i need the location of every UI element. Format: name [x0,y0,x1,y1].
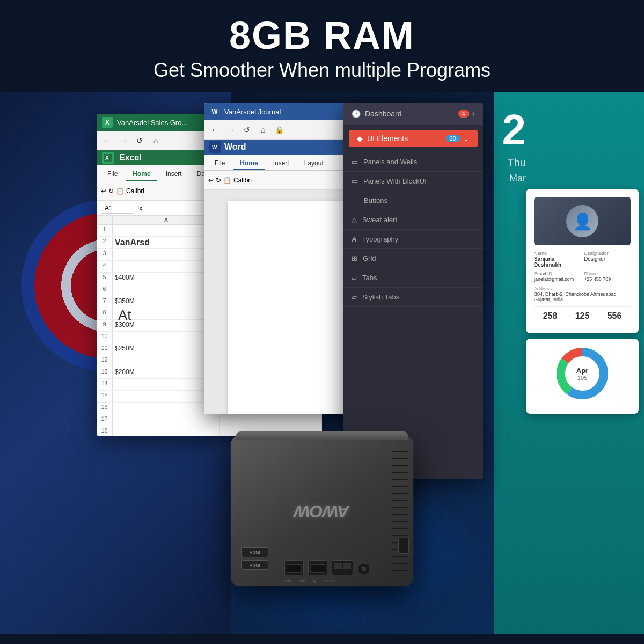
buttons-label: Buttons [364,196,387,204]
paste-icon[interactable]: 📋 [116,187,124,195]
row-num-1: 1 [97,225,113,236]
panels-blockui-label: Panels With BlockUI [363,177,427,185]
vent-10 [392,514,408,515]
excel-tab-file[interactable]: File [101,168,124,181]
menu-item-typography[interactable]: A Typography [343,230,483,249]
vent-1 [392,451,408,452]
menu-item-tabs[interactable]: ▱ Tabs [343,268,483,288]
menu-item-panels-wells[interactable]: ▭ Panels and Wells [343,152,483,172]
menu-item-panels-blockui[interactable]: ▭ Panels With BlockUI [343,172,483,191]
ui-elements-label: UI Elements [367,134,408,143]
vent-11 [392,521,408,522]
word-tab-layout[interactable]: Layout [298,157,330,170]
excel-tab-home[interactable]: Home [126,168,157,181]
dashboard-badge: 4 [458,110,469,118]
profile-address-label: Address [534,286,631,291]
dashboard-title: 🕐 Dashboard [352,109,402,118]
menu-item-sweat-alert[interactable]: △ Sweat alert [343,210,483,230]
excel-tab-insert[interactable]: Insert [159,168,188,181]
word-back-btn[interactable]: ← [208,123,221,136]
profile-phone-section: Phone +25 456 789 [584,271,631,282]
word-forward-btn[interactable]: → [224,123,237,136]
lan-pins [332,561,353,572]
word-tab-file[interactable]: File [208,157,231,170]
chevron-right-icon: › [472,109,475,119]
menu-item-grid[interactable]: ⊞ Grid [343,249,483,268]
port-dc [357,562,370,575]
port-hdmi-2: HDMI [241,560,268,570]
undo-icon[interactable]: ↩ [101,187,106,195]
word-undo-icon[interactable]: ↩ [208,177,214,184]
row-num-7: 7 [97,296,113,308]
stat-3-value: 556 [608,311,622,321]
word-paste-icon[interactable]: 📋 [223,177,231,184]
row-num-10: 10 [97,332,113,343]
profile-name-section: Name Sanjana Deshmukh [534,251,581,268]
word-font-name[interactable]: Calibri [233,177,252,184]
word-ribbon-icon: W [209,141,221,153]
refresh-btn[interactable]: ↺ [133,134,146,147]
lan-pin [343,563,347,569]
donut-chart: Apr 105 [555,347,609,400]
stylish-tabs-label: Stylish Tabs [362,293,399,301]
back-btn[interactable]: ← [101,134,114,147]
home-btn[interactable]: ⌂ [149,134,162,147]
dashboard-header: 🕐 Dashboard 4 › [343,103,483,125]
row-num-3: 3 [97,249,113,260]
font-name[interactable]: Calibri [126,187,144,195]
word-redo-icon[interactable]: ↻ [216,177,221,184]
row-num-5: 5 [97,273,113,284]
word-tab-home[interactable]: Home [233,157,264,170]
word-home-btn[interactable]: ⌂ [257,123,269,136]
profile-stats: 258 125 556 [534,306,631,325]
cell-a18[interactable] [113,426,220,436]
svg-text:X: X [105,155,109,161]
forward-btn[interactable]: → [117,134,130,147]
profile-name-label: Name [534,251,581,256]
vent-3 [392,465,408,466]
header: 8GB RAM Get Smoother When multiple Progr… [0,0,644,92]
word-lock-btn[interactable]: 🔒 [273,123,286,136]
sweat-alert-label: Sweat alert [362,216,397,224]
profile-designation-section: Designation Designer [584,251,631,268]
port-labels-row: USB USB ⌘ DC 12V [284,580,335,583]
usb-slot-2 [310,564,325,573]
profile-info: Name Sanjana Deshmukh Designation Design… [534,251,631,282]
vent-9 [392,507,408,508]
menu-item-buttons[interactable]: — Buttons [343,191,483,210]
vent-13 [392,535,408,536]
cell-a17[interactable] [113,414,220,426]
vent-6 [392,486,408,487]
redo-icon[interactable]: ↻ [108,187,114,195]
usb-label-1: USB [284,580,291,583]
hdmi-1-label: HDMI [250,551,260,554]
profile-avatar: 👤 [566,205,598,237]
donut-chart-card: Apr 105 [526,339,639,414]
profile-address-section: Address B04, Dharb-2, Chandroba Ahmedaba… [534,286,631,302]
word-tab-insert[interactable]: Insert [267,157,296,170]
profile-phone-value: +25 456 789 [584,276,631,282]
panels-wells-label: Panels and Wells [363,158,417,166]
row-num-2: 2 [97,237,113,248]
profile-designation-value: Designer [584,256,631,262]
sweat-alert-icon: △ [352,216,357,224]
donut-label: Apr 105 [576,367,588,381]
calendar-dayname: Thu [508,157,526,169]
excel-ribbon-icon: X [102,152,114,164]
word-title: VanArsdel Journal [224,108,281,116]
word-refresh-btn[interactable]: ↺ [240,123,253,136]
port-usb-1 [284,560,304,575]
lan-pin [334,563,338,569]
vent-12 [392,528,408,529]
header-subtitle: Get Smoother When multiple Programs [11,59,633,82]
excel-icon: X [102,117,113,128]
row-num-9: 9 [97,320,113,331]
cell-reference[interactable]: A1 [101,203,133,214]
vent-17 [392,563,408,564]
menu-item-stylish-tabs[interactable]: ▱ Stylish Tabs [343,288,483,307]
profile-email-section: Email ID janela@gmail.com [534,271,581,282]
vent-16 [392,556,408,557]
word-app-name: Word [224,142,246,152]
ui-elements-button[interactable]: ◆ UI Elements 20 ⌄ [349,130,478,147]
profile-name-value: Sanjana Deshmukh [534,256,581,268]
